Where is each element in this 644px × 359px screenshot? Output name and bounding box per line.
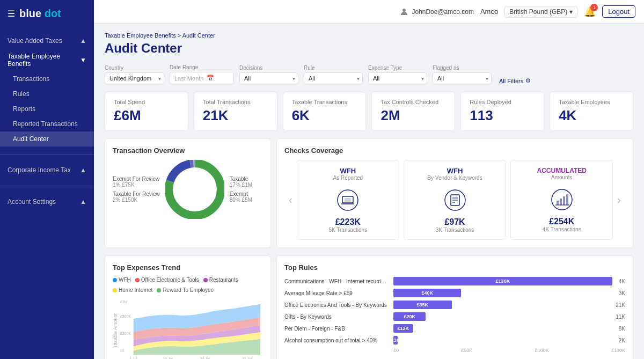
rule-bar-0: £130K [393,277,612,285]
kpi-total-spend-label: Total Spend [114,99,179,105]
filter-rule: Rule All [304,65,363,84]
country-select[interactable]: United Kingdom [105,72,164,84]
rule-name-2: Office Electronics And Tools - By Keywor… [284,302,389,308]
kpi-taxable-transactions-value: 6K [292,107,357,124]
currency-selector[interactable]: British Pound (GBP) ▾ [504,6,577,18]
laptop-icon [337,189,358,211]
rule-count-5: 2K [619,338,625,343]
donut-chart [165,160,224,219]
svg-point-0 [402,9,406,12]
expense-select[interactable]: All [368,72,427,84]
main-content: JohnDoe@amco.com Amco British Pound (GBP… [94,0,644,359]
filter-expense: Expense Type All [368,65,427,84]
breadcrumb: Taxable Employee Benefits > Audit Center [105,32,633,39]
legend-reward: Reward To Employee [157,287,214,293]
sidebar: ☰ blue dot Value Added Taxes ▲ Taxable E… [0,0,94,359]
legend-restaurants: Restaurants [203,277,238,283]
kpi-taxable-employees: Taxable Employees 4K [550,92,633,131]
rule-row-1: Average Mileage Rate > £59 £40K 3K [284,289,625,297]
sidebar-item-audit-center[interactable]: Audit Center [0,131,94,146]
rule-name-4: Per Diem - Foreign - F&B [284,326,389,332]
rule-row-4: Per Diem - Foreign - F&B £12K 8K [284,324,625,333]
checks-items: WFH As Reported £223K 5K Transactions [297,160,613,240]
rule-count-0: 4K [619,279,625,284]
checks-prev-button[interactable]: ‹ [284,194,297,206]
decisions-select[interactable]: All [239,72,298,84]
checks-next-button[interactable]: › [613,194,625,206]
rule-select[interactable]: All [304,72,363,84]
filter-flagged-label: Flagged as [433,65,492,71]
rules-chart-area: Communications - WFH - Internet recurrin… [284,277,625,353]
rule-name-0: Communications - WFH - Internet recurrin… [284,279,389,284]
kpi-total-transactions: Total Transactions 21K [194,92,277,131]
page-title: Audit Center [105,41,633,56]
document-icon [444,189,466,211]
kpi-taxable-transactions-label: Taxable Transactions [292,99,357,105]
rules-axis: £0 £50K £100K £130K [284,348,625,353]
rule-bar-wrap-2: £35K [393,301,609,309]
svg-rect-15 [557,201,559,205]
transaction-overview-card: Transaction Overview Exempt For Review 1… [105,138,271,248]
chevron-up-icon: ▲ [80,166,86,174]
y-axis-label: Taxable Amount [113,297,118,359]
svg-text:£1M: £1M [120,300,128,304]
date-range-input[interactable]: Last Month 📅 [170,72,234,84]
top-rules-card: Top Rules Communications - WFH - Interne… [276,255,633,359]
svg-rect-18 [566,194,568,205]
filter-decisions-label: Decisions [239,65,298,71]
sidebar-item-taxable-employee-benefits[interactable]: Taxable Employee Benefits ▼ [0,49,94,71]
segment-taxable-for-review: Taxable For Review 2% £150K [113,191,160,203]
rule-bar-1: £40K [393,289,461,297]
filter-expense-label: Expense Type [368,65,427,71]
sidebar-item-rules[interactable]: Rules [0,86,94,101]
kpi-total-transactions-value: 21K [203,107,268,124]
chevron-down-icon: ▾ [569,8,573,16]
rule-row-0: Communications - WFH - Internet recurrin… [284,277,625,285]
filter-country-label: Country [105,65,164,71]
chevron-down-icon: ▼ [80,56,86,64]
rule-name-1: Average Mileage Rate > £59 [284,290,389,296]
rule-bar-5: £3K [393,336,398,345]
transaction-overview-title: Transaction Overview [113,146,263,155]
checks-coverage-title: Checks Coverage [284,146,625,155]
kpi-taxable-transactions: Taxable Transactions 6K [283,92,367,131]
rule-count-3: 11K [616,314,625,320]
topbar-company: Amco [480,8,498,16]
all-filters-button[interactable]: All Filters ⚙ [499,77,531,84]
filter-decisions: Decisions All [239,65,298,84]
rule-name-5: Alcohol consumption out of total > 40% [284,338,389,343]
sidebar-item-reported-transactions[interactable]: Reported Transactions [0,116,94,131]
svg-text:£0: £0 [120,348,125,352]
kpi-tax-controls: Tax Controls Checked 2M [371,92,455,131]
chevron-up-icon: ▲ [80,198,86,206]
notification-bell[interactable]: 🔔 1 [584,6,596,18]
kpi-total-spend: Total Spend £6M [105,92,188,131]
sidebar-section-vat: Value Added Taxes ▲ Taxable Employee Ben… [0,27,94,152]
kpi-rules-deployed-value: 113 [470,107,535,124]
svg-text:£200K: £200K [120,332,131,335]
chart-bar-icon [551,189,573,210]
legend-wfh: WFH [113,277,131,283]
kpi-tax-controls-value: 2M [380,107,446,124]
checks-inner: ‹ WFH As Reported £223K [284,160,625,240]
bottom-row: Top Expenses Trend WFH Office Electronic… [105,255,633,359]
notification-badge: 1 [590,4,598,11]
kpi-taxable-employees-label: Taxable Employees [559,99,624,105]
sidebar-item-transactions[interactable]: Transactions [0,71,94,86]
legend-office: Office Electronic & Tools [135,277,199,283]
sidebar-item-account-settings[interactable]: Account Settings ▲ [0,194,94,210]
logout-button[interactable]: Logout [602,5,635,18]
charts-row: Transaction Overview Exempt For Review 1… [105,138,633,248]
topbar: JohnDoe@amco.com Amco British Pound (GBP… [94,0,644,24]
sidebar-item-vat[interactable]: Value Added Taxes ▲ [0,33,94,49]
sidebar-item-corporate-income-tax[interactable]: Corporate Income Tax ▲ [0,162,94,178]
rule-row-2: Office Electronics And Tools - By Keywor… [284,301,625,309]
flagged-select[interactable]: All [433,72,492,84]
check-item-wfh-vendor: WFH By Vendor & Keywords £97K 3K Transac… [404,160,506,240]
kpi-total-transactions-label: Total Transactions [203,99,268,105]
filter-date-label: Date Range [170,64,234,70]
svg-rect-16 [560,199,562,205]
trend-title: Top Expenses Trend [113,263,263,272]
hamburger-icon[interactable]: ☰ [8,9,15,19]
sidebar-item-reports[interactable]: Reports [0,101,94,116]
